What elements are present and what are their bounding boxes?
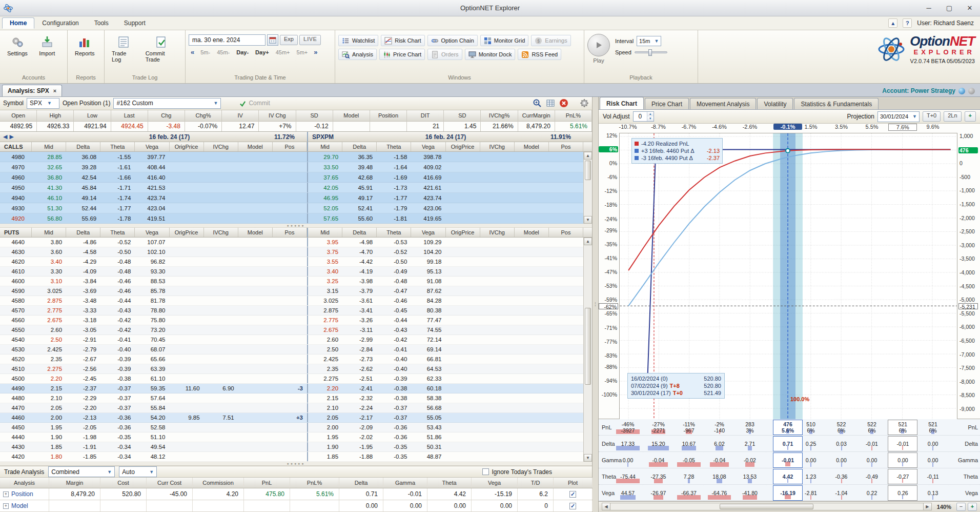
close-position-icon[interactable] [559, 99, 568, 108]
time-step-day[interactable]: Day+ [253, 49, 272, 55]
next-expiration-icon[interactable]: ▶ [9, 133, 13, 140]
put-row-4490[interactable]: 44902.15-2.37-0.3759.3511.606.90-32.20-2… [0, 384, 583, 393]
chain-col-header-mid[interactable]: Mid [307, 228, 342, 237]
time-step-5m[interactable]: 5m- [198, 49, 213, 55]
minimize-icon[interactable]: ─ [918, 2, 939, 15]
put-row-4430[interactable]: 44301.85-1.91-0.3449.541.90-1.95-0.3550.… [0, 442, 583, 452]
chain-col-header-delta[interactable]: Delta [66, 228, 100, 237]
put-row-4590[interactable]: 45903.025-3.69-0.4685.783.15-3.79-0.4787… [0, 286, 583, 296]
expand-icon[interactable]: + [3, 491, 9, 497]
plot-checkbox[interactable]: ✓ [569, 491, 576, 498]
tab-price-chart[interactable]: Price Chart [645, 98, 689, 109]
account-label[interactable]: Account: Power Strategy [882, 87, 955, 94]
play-button[interactable] [587, 34, 610, 56]
chain-col-header-model[interactable]: Model [238, 142, 273, 151]
scroll-up-icon[interactable]: ▲ [584, 238, 592, 245]
chain-col-header-delta[interactable]: Delta [342, 228, 377, 237]
chain-col-header-theta[interactable]: Theta [377, 228, 411, 237]
ignore-todays-trades-checkbox[interactable] [482, 468, 489, 475]
ribbon-collapse-icon[interactable]: ▴ [888, 18, 897, 28]
analysis-col-header-pnl[interactable]: PnL% [290, 478, 339, 488]
speed-slider-thumb[interactable] [648, 49, 652, 56]
chain-settings-icon[interactable] [580, 99, 589, 108]
interval-select[interactable]: 15m ▼ [637, 36, 661, 46]
put-row-4610[interactable]: 46103.30-4.09-0.4893.303.40-4.19-0.4995.… [0, 267, 583, 277]
trading-date-input[interactable]: ma. 30 ene. 2024 [189, 34, 266, 46]
speed-slider[interactable] [635, 51, 667, 53]
exp-button[interactable]: Exp [280, 35, 298, 45]
chain-col-header-pos[interactable]: Pos [549, 142, 583, 151]
calendar-icon[interactable] [267, 34, 278, 46]
analysis-col-header-analysis[interactable]: Analysis [0, 478, 49, 488]
spin-down-icon[interactable]: ▼ [647, 116, 654, 121]
live-button[interactable]: LIVE [299, 35, 321, 45]
chain-col-header-vega[interactable]: Vega [411, 142, 445, 151]
help-icon[interactable]: ? [903, 18, 912, 28]
chain-col-header-delta[interactable]: Delta [342, 142, 377, 151]
window-toggle-price-chart[interactable]: Price Chart [379, 49, 425, 60]
call-row-4980[interactable]: 498028.8536.08-1.55397.7729.7036.35-1.58… [0, 152, 583, 162]
export-grid-icon[interactable] [546, 99, 555, 108]
puts-bottom-splitter[interactable]: ●●●●● [0, 462, 592, 466]
menu-tab-support[interactable]: Support [116, 17, 153, 29]
panel-splitter[interactable]: ⁞ [593, 97, 599, 512]
chain-col-header-model[interactable]: Model [515, 142, 549, 151]
chain-col-header-ivchg[interactable]: IVChg [204, 142, 238, 151]
scroll-down-icon[interactable]: ▼ [584, 454, 592, 462]
chain-col-header-mid[interactable]: Mid [307, 142, 342, 151]
search-icon[interactable] [533, 99, 542, 108]
trade-analysis-mode-select[interactable]: Combined ▼ [48, 466, 115, 477]
chain-col-header-ivchg[interactable]: IVChg [480, 142, 515, 151]
window-toggle-risk-chart[interactable]: Risk Chart [381, 35, 424, 46]
analysis-col-header-currcost[interactable]: Curr Cost [147, 478, 193, 488]
put-row-4580[interactable]: 45802.875-3.48-0.4481.783.025-3.61-0.468… [0, 296, 583, 306]
call-row-4930[interactable]: 493051.3052.44-1.77423.0452.0552.41-1.79… [0, 203, 583, 213]
call-row-4920[interactable]: 492056.8055.69-1.78419.5157.6555.60-1.81… [0, 213, 583, 224]
import-button[interactable]: Import [34, 32, 60, 60]
chain-col-header-origprice[interactable]: OrigPrice [446, 142, 480, 151]
analysis-col-header-vega[interactable]: Vega [472, 478, 518, 488]
scroll-right-icon[interactable]: ▶ [923, 503, 931, 510]
analysis-col-header-plot[interactable]: Plot [554, 478, 593, 488]
put-row-4560[interactable]: 45602.675-3.18-0.4275.802.775-3.26-0.447… [0, 316, 583, 325]
expiration-right[interactable]: SPXPM 16 feb. 24 (17) 11.91% [307, 132, 583, 142]
chain-col-header-vega[interactable]: Vega [135, 228, 169, 237]
chain-col-header-origprice[interactable]: OrigPrice [170, 228, 204, 237]
chain-col-header-pos[interactable]: Pos [273, 228, 307, 237]
menu-tab-tools[interactable]: Tools [87, 17, 116, 29]
put-row-4510[interactable]: 45102.275-2.56-0.3963.392.35-2.62-0.4064… [0, 364, 583, 374]
window-toggle-orders[interactable]: Orders [427, 49, 462, 60]
time-step-45m[interactable]: 45m+ [273, 49, 293, 55]
chain-col-header-origprice[interactable]: OrigPrice [446, 228, 480, 237]
menu-tab-home[interactable]: Home [2, 17, 34, 29]
window-toggle-option-chain[interactable]: Option Chain [427, 35, 478, 46]
prev-expiration-icon[interactable]: ◀ [3, 133, 7, 140]
scroll-up-icon[interactable]: ▲ [584, 152, 592, 160]
window-toggle-monitor-grid[interactable]: Monitor Grid [480, 35, 529, 46]
put-row-4570[interactable]: 45702.775-3.33-0.4378.802.875-3.41-0.458… [0, 306, 583, 316]
account-status-icon[interactable] [958, 88, 965, 94]
analysis-col-header-theta[interactable]: Theta [427, 478, 472, 488]
strategy-select[interactable]: #162 Custom ▼ [113, 98, 221, 109]
chain-col-header-pos[interactable]: Pos [549, 228, 583, 237]
chain-col-header-mid[interactable]: Mid [32, 228, 66, 237]
call-row-4970[interactable]: 497032.6539.28-1.61408.4433.5039.48-1.64… [0, 162, 583, 172]
put-row-4630[interactable]: 46303.60-4.58-0.50102.103.75-4.70-0.5210… [0, 247, 583, 257]
analysis-col-header-delta[interactable]: Delta [339, 478, 383, 488]
tab-analysis-spx[interactable]: Analysis: SPX × [2, 85, 62, 96]
put-row-4550[interactable]: 45502.60-3.05-0.4273.202.675-3.11-0.4374… [0, 325, 583, 335]
calls-scrollbar[interactable]: ▲ ▼ [583, 152, 592, 224]
analysis-row-position[interactable]: +Position8,479.20520.80-45.004.20475.805… [0, 488, 592, 500]
window-toggle-monitor-dock[interactable]: Monitor Dock [465, 49, 516, 60]
next-day-icon[interactable]: » [312, 48, 319, 56]
put-row-4420[interactable]: 44201.80-1.85-0.3448.121.85-1.88-0.3548.… [0, 452, 583, 462]
add-projection-button[interactable]: + [965, 111, 976, 122]
put-row-4450[interactable]: 44501.95-2.05-0.3652.582.00-2.09-0.3653.… [0, 423, 583, 432]
settings-button[interactable]: Settings [3, 32, 32, 60]
put-row-4540[interactable]: 45402.50-2.91-0.4170.452.60-2.99-0.4272.… [0, 335, 583, 345]
time-step-day[interactable]: Day- [234, 49, 251, 55]
prev-day-icon[interactable]: « [189, 48, 196, 56]
time-step-45m[interactable]: 45m- [214, 49, 232, 55]
chain-col-header-ivchg[interactable]: IVChg [204, 228, 238, 237]
window-toggle-rss-feed[interactable]: RSS Feed [518, 49, 561, 60]
